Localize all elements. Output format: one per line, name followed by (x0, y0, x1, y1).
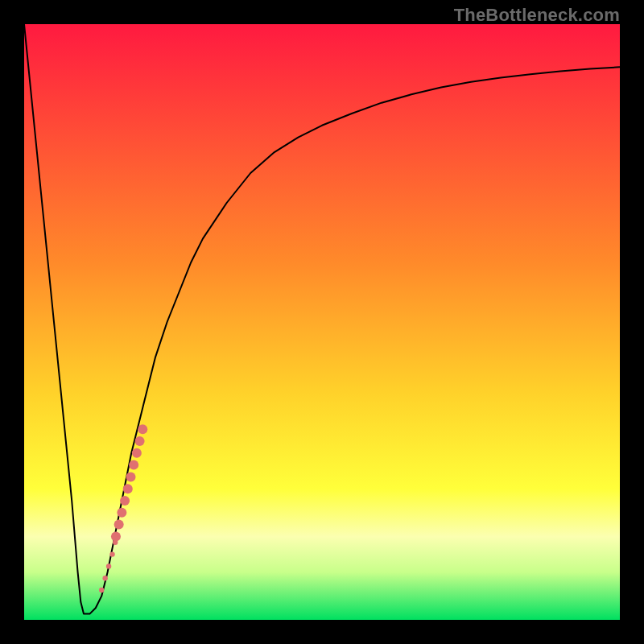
chart-svg (24, 24, 620, 620)
scatter-point (106, 564, 111, 568)
scatter-point (129, 460, 138, 470)
scatter-point (111, 531, 121, 541)
scatter-point (114, 520, 124, 530)
watermark-text: TheBottleneck.com (454, 5, 620, 26)
scatter-point (132, 448, 142, 458)
scatter-point (123, 484, 133, 493)
chart-outer: TheBottleneck.com (0, 0, 644, 644)
scatter-point (120, 496, 130, 506)
scatter-point (126, 472, 135, 481)
scatter-point (138, 424, 147, 434)
gradient-background (24, 24, 620, 620)
scatter-point (117, 508, 126, 518)
scatter-point (102, 576, 107, 580)
scatter-point (99, 588, 104, 592)
scatter-point (135, 436, 145, 446)
plot-area (24, 24, 620, 620)
scatter-point (109, 551, 114, 556)
